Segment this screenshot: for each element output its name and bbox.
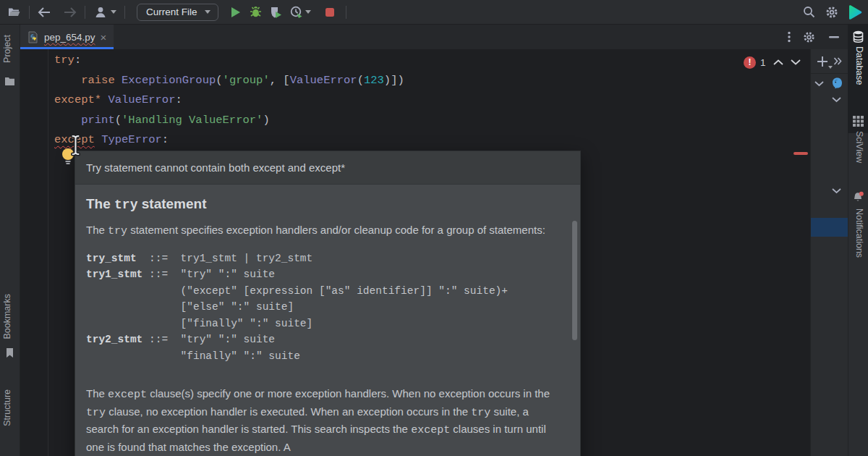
tab-filename: pep_654.py: [44, 32, 95, 43]
toolbar-separator: [124, 6, 125, 19]
sidebar-item-sciview[interactable]: SciView: [854, 131, 864, 166]
sidebar-item-notifications[interactable]: Notifications: [854, 208, 864, 261]
text-cursor: [69, 134, 82, 156]
toolbar-separator: [29, 6, 30, 19]
code-line[interactable]: except* ValueError:: [54, 90, 404, 111]
back-button[interactable]: [34, 3, 54, 22]
doc-paragraph: The except clause(s) specify one or more…: [86, 386, 563, 455]
main-toolbar: Current File: [0, 0, 868, 25]
code-line[interactable]: print('Handling ValueError'): [54, 111, 404, 131]
grammar-line: ("except" [expression ["as" identifier]]…: [86, 283, 563, 300]
code-content[interactable]: try: raise ExceptionGroup('group', [Valu…: [54, 51, 404, 151]
settings-gear-icon[interactable]: [822, 3, 842, 22]
grammar-line: ["else" ":" suite]: [86, 299, 563, 316]
ide-window: Current File: [0, 0, 868, 456]
forward-button[interactable]: [60, 3, 80, 22]
code-line[interactable]: try:: [54, 51, 404, 71]
error-badge-icon: !: [744, 56, 756, 69]
sciview-label: SciView: [854, 131, 864, 163]
selected-tree-row[interactable]: [811, 218, 848, 237]
stop-button[interactable]: [320, 3, 340, 22]
grammar-line: try2_stmt ::= "try" ":" suite: [86, 332, 563, 348]
code-line[interactable]: except TypeError:: [54, 130, 404, 151]
user-profile-button[interactable]: [90, 3, 120, 22]
active-tab-underline: [20, 47, 114, 49]
doc-heading: The try statement: [86, 196, 563, 212]
tab-pep-654[interactable]: pep_654.py ×: [20, 25, 114, 49]
inspection-message: Try statement cannot contain both except…: [75, 151, 580, 185]
toolbar-separator: [85, 6, 85, 19]
chevron-down-icon: [828, 66, 833, 69]
chevron-down-icon: [305, 10, 311, 14]
structure-label: Structure: [2, 389, 12, 426]
toolbar-separator: [346, 6, 346, 19]
run-configuration-label: Current File: [146, 7, 197, 17]
sidebar-item-structure[interactable]: Structure: [2, 389, 12, 429]
error-count: 1: [760, 57, 766, 68]
pycharm-logo: [845, 3, 865, 22]
tab-close-icon[interactable]: ×: [101, 32, 107, 43]
chevron-down-icon: [205, 10, 210, 14]
run-with-coverage-button[interactable]: [266, 3, 286, 22]
sidebar-item-project[interactable]: Project: [2, 35, 12, 66]
profiler-button[interactable]: [286, 3, 315, 22]
grammar-line: try_stmt ::= try1_stmt | try2_stmt: [86, 250, 563, 267]
gutter-divider: [48, 49, 48, 456]
postgresql-icon: [830, 77, 844, 90]
chevron-down-icon: [111, 10, 116, 14]
database-panel-header: [811, 49, 848, 74]
sidebar-item-bookmarks[interactable]: Bookmarks: [2, 294, 12, 342]
more-options-icon[interactable]: [788, 31, 791, 43]
documentation-popup: Try statement cannot contain both except…: [75, 151, 581, 456]
tree-chevron-down-icon[interactable]: [814, 81, 824, 87]
prev-error-chevron-up-icon[interactable]: [773, 59, 783, 65]
editor-tab-bar: pep_654.py ×: [20, 25, 848, 49]
grammar-block: try_stmt ::= try1_stmt | try2_stmttry1_s…: [86, 250, 563, 365]
debug-button[interactable]: [246, 3, 266, 22]
database-icon: [853, 30, 864, 43]
hide-panel-chevrons-icon[interactable]: [833, 57, 843, 65]
tree-chevron-down-icon[interactable]: [832, 97, 841, 103]
inspection-widget[interactable]: ! 1: [744, 55, 801, 69]
grammar-line: ["finally" ":" suite]: [86, 316, 563, 332]
tree-chevron-down-icon[interactable]: [832, 188, 841, 194]
sciview-grid-icon[interactable]: [853, 116, 864, 127]
inspection-message-text: Try statement cannot contain both except…: [86, 161, 345, 174]
run-button[interactable]: [226, 3, 246, 22]
notifications-bell-icon[interactable]: [852, 191, 864, 203]
project-label: Project: [2, 35, 12, 63]
database-label: Database: [854, 46, 864, 85]
bookmark-icon: [5, 347, 14, 358]
hide-window-icon[interactable]: [829, 35, 839, 38]
bookmarks-label: Bookmarks: [2, 294, 12, 339]
project-folder-icon: [4, 77, 15, 86]
search-everywhere-icon[interactable]: [799, 3, 819, 22]
database-tool-panel: [810, 49, 848, 456]
grammar-line: "finally" ":" suite: [86, 348, 563, 365]
open-project-icon[interactable]: [4, 3, 25, 22]
notifications-label: Notifications: [854, 208, 864, 258]
add-datasource-button[interactable]: [817, 56, 828, 67]
code-line[interactable]: raise ExceptionGroup('group', [ValueErro…: [54, 71, 404, 91]
editor-settings-gear-icon[interactable]: [803, 31, 815, 43]
run-configuration-select[interactable]: Current File: [137, 4, 218, 21]
documentation-body: The try statement The try statement spec…: [75, 185, 580, 456]
python-file-icon: [27, 31, 39, 43]
popup-scrollbar[interactable]: [572, 221, 577, 340]
grammar-line: try1_stmt ::= "try" ":" suite: [86, 266, 563, 283]
next-error-chevron-down-icon[interactable]: [791, 59, 801, 65]
doc-paragraph: The try statement specifies exception ha…: [86, 222, 563, 240]
error-stripe-mark[interactable]: [793, 152, 808, 155]
